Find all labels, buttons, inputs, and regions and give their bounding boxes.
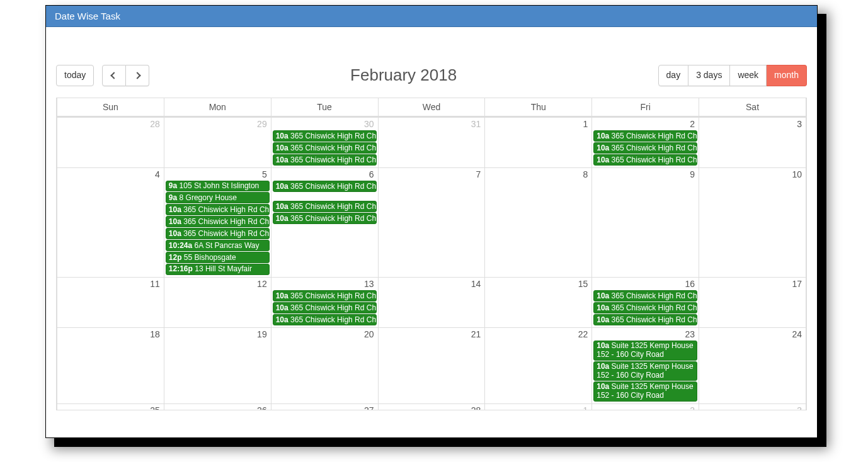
day-events (485, 290, 591, 291)
event-time: 10a (169, 217, 181, 226)
calendar-event[interactable]: 10a 365 Chiswick High Rd Chis (273, 130, 377, 142)
event-time: 10a (276, 291, 288, 300)
calendar-day-cell[interactable]: 8 (485, 167, 592, 278)
view-week-button[interactable]: week (730, 65, 767, 86)
calendar-event[interactable]: 9a 8 Gregory House (166, 192, 270, 203)
calendar-day-cell[interactable]: 24 (699, 328, 806, 404)
calendar-day-cell[interactable]: 14 (378, 278, 485, 328)
calendar-day-cell[interactable]: 11 (57, 278, 164, 328)
day-events: 10a Suite 1325 Kemp House 152 - 160 City… (592, 341, 699, 403)
calendar-day-cell[interactable]: 17 (699, 278, 806, 328)
calendar-day-cell[interactable]: 25 (57, 403, 164, 409)
calendar-day-cell[interactable]: 210a 365 Chiswick High Rd Chis10a 365 Ch… (592, 117, 699, 167)
event-time: 10a (276, 155, 288, 164)
calendar-day-cell[interactable]: 28 (57, 117, 164, 167)
view-switcher: day 3 days week month (658, 65, 807, 86)
calendar-toolbar: today February 2018 day 3 days week mont… (56, 65, 807, 86)
view-day-button[interactable]: day (658, 65, 689, 86)
calendar-day-cell[interactable]: 20 (271, 328, 378, 404)
calendar-event[interactable]: 10a 365 Chiswick High Rd Chis (273, 181, 377, 192)
event-time: 10a (169, 205, 181, 214)
view-month-button[interactable]: month (767, 65, 807, 86)
day-events (485, 341, 591, 342)
calendar-day-cell[interactable]: 59a 105 St John St Islington9a 8 Gregory… (164, 167, 271, 278)
calendar-event[interactable]: 10a 365 Chiswick High Rd Chis (273, 314, 377, 325)
calendar-event[interactable]: 10a 365 Chiswick High Rd Chis (593, 290, 697, 301)
day-events (699, 130, 806, 132)
calendar-day-cell[interactable]: 31 (378, 117, 485, 167)
prev-button[interactable] (102, 65, 126, 86)
calendar-day-cell[interactable]: 3 (699, 403, 806, 409)
calendar-day-cell[interactable]: 15 (485, 278, 592, 328)
day-events (379, 341, 485, 342)
calendar-event[interactable]: 10a 365 Chiswick High Rd Chis (273, 154, 377, 166)
calendar-event[interactable]: 10a 365 Chiswick High Rd Chis (273, 302, 377, 313)
day-number: 22 (485, 328, 591, 341)
calendar-day-cell[interactable]: 19 (164, 328, 271, 404)
calendar-day-cell[interactable]: 4 (57, 167, 164, 278)
calendar-scroll[interactable]: 28293010a 365 Chiswick High Rd Chis10a 3… (57, 116, 806, 410)
day-events (592, 181, 699, 182)
event-time: 10a (276, 315, 288, 324)
calendar-week: 25262728123 (57, 403, 806, 409)
calendar-event[interactable]: 10a 365 Chiswick High Rd Chis (593, 130, 697, 142)
calendar-event[interactable]: 10a 365 Chiswick High Rd Chis (593, 314, 697, 325)
calendar-event[interactable]: 10a Suite 1325 Kemp House 152 - 160 City… (593, 361, 697, 381)
calendar-event[interactable]: 10a 365 Chiswick High Rd Chis (593, 142, 697, 154)
day-number: 29 (164, 118, 271, 130)
calendar-day-cell[interactable]: 1 (485, 403, 592, 409)
calendar-day-cell[interactable]: 3010a 365 Chiswick High Rd Chis10a 365 C… (271, 117, 378, 167)
calendar-event[interactable]: 10:24a 6A St Pancras Way (166, 240, 270, 251)
calendar-day-cell[interactable]: 26 (164, 403, 271, 409)
calendar-event[interactable]: 10a 365 Chiswick High Rd Chis (166, 204, 270, 215)
calendar-day-cell[interactable]: 9 (592, 167, 699, 278)
calendar-day-cell[interactable]: 3 (699, 117, 806, 167)
day-number: 14 (379, 278, 485, 290)
calendar-week: 18192021222310a Suite 1325 Kemp House 15… (57, 328, 806, 404)
calendar-day-cell[interactable]: 2 (592, 403, 699, 409)
calendar-day-cell[interactable]: 12 (164, 278, 271, 328)
dow-header: Tue (271, 98, 378, 116)
calendar-event[interactable]: 10a 365 Chiswick High Rd Chis (273, 290, 377, 301)
calendar-day-cell[interactable]: 610a 365 Chiswick High Rd Chis10a 365 Ch… (271, 167, 378, 278)
calendar-event[interactable]: 10a Suite 1325 Kemp House 152 - 160 City… (593, 381, 697, 402)
calendar-event[interactable]: 9a 105 St John St Islington (166, 181, 270, 192)
calendar-week: 459a 105 St John St Islington9a 8 Gregor… (57, 167, 806, 278)
calendar-event[interactable]: 12p 55 Bishopsgate (166, 252, 270, 263)
calendar-day-cell[interactable]: 1610a 365 Chiswick High Rd Chis10a 365 C… (592, 278, 699, 328)
calendar-day-cell[interactable]: 2310a Suite 1325 Kemp House 152 - 160 Ci… (592, 328, 699, 404)
toolbar-left: today (56, 65, 149, 86)
day-number: 31 (379, 118, 485, 130)
calendar-day-cell[interactable]: 28 (378, 403, 485, 409)
calendar-day-cell[interactable]: 10 (699, 167, 806, 278)
calendar-event[interactable]: 12:16p 13 Hill St Mayfair (166, 264, 270, 275)
day-number: 20 (271, 328, 378, 341)
calendar-day-cell[interactable]: 22 (485, 328, 592, 404)
calendar-day-cell[interactable]: 27 (271, 403, 378, 409)
calendar-event[interactable]: 10a 365 Chiswick High Rd Chis (166, 216, 270, 227)
calendar-day-cell[interactable]: 1 (485, 117, 592, 167)
nav-group (102, 65, 149, 86)
calendar-event[interactable]: 10a Suite 1325 Kemp House 152 - 160 City… (593, 341, 697, 361)
day-number: 17 (699, 278, 806, 290)
calendar-event[interactable]: 10a 365 Chiswick High Rd Chis (593, 154, 697, 166)
chevron-left-icon (110, 72, 117, 79)
day-number: 4 (57, 168, 164, 181)
day-number: 7 (379, 168, 485, 181)
calendar-event[interactable]: 10a 365 Chiswick High Rd Chis (166, 228, 270, 239)
today-button[interactable]: today (56, 65, 94, 86)
calendar-event[interactable]: 10a 365 Chiswick High Rd Chis (593, 302, 697, 313)
dow-header: Thu (485, 98, 592, 116)
next-button[interactable] (126, 65, 149, 86)
calendar-event[interactable]: 10a 365 Chiswick High Rd Chis (273, 142, 377, 154)
calendar-day-cell[interactable]: 21 (378, 328, 485, 404)
day-events (699, 341, 806, 342)
calendar-day-cell[interactable]: 1310a 365 Chiswick High Rd Chis10a 365 C… (271, 278, 378, 328)
day-events (379, 181, 485, 182)
calendar-event[interactable]: 10a 365 Chiswick High Rd Chis (273, 213, 377, 224)
calendar-day-cell[interactable]: 18 (57, 328, 164, 404)
calendar-day-cell[interactable]: 7 (378, 167, 485, 278)
calendar-event[interactable]: 10a 365 Chiswick High Rd Chis (273, 201, 377, 212)
view-3days-button[interactable]: 3 days (688, 65, 730, 86)
calendar-day-cell[interactable]: 29 (164, 117, 271, 167)
